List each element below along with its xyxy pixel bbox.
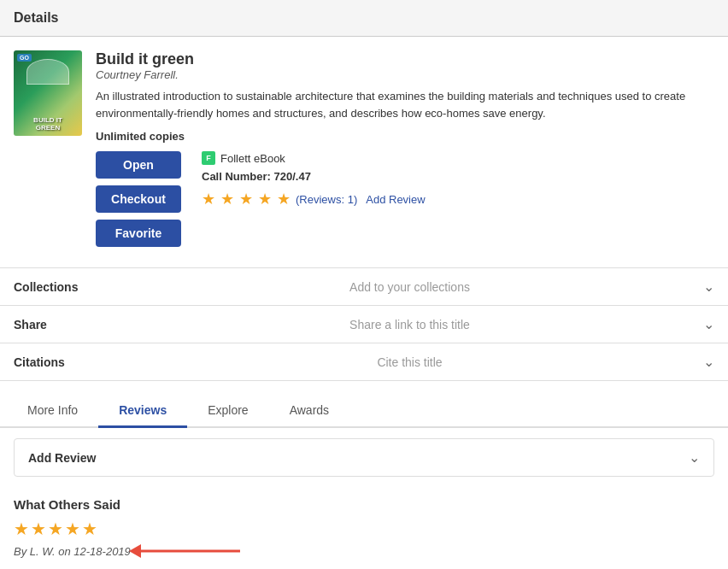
review-star-5: ★ bbox=[82, 519, 97, 539]
book-cover-go-badge: GO bbox=[17, 54, 32, 62]
accordion-citations-value: Cite this title bbox=[116, 355, 703, 369]
tab-more-info[interactable]: More Info bbox=[7, 395, 98, 428]
review-star-4: ★ bbox=[65, 519, 80, 539]
book-description: An illustrated introduction to sustainab… bbox=[96, 88, 714, 121]
tabs-row: More Info Reviews Explore Awards bbox=[0, 395, 728, 428]
star-4: ★ bbox=[258, 190, 272, 208]
what-others-said: What Others Said ★ ★ ★ ★ ★ By L. W. on 1… bbox=[0, 487, 728, 569]
accordion-share[interactable]: Share Share a link to this title ⌄ bbox=[0, 306, 728, 343]
book-title: Build it green bbox=[96, 50, 714, 68]
book-author: Courtney Farrell. bbox=[96, 68, 714, 81]
book-dome-graphic bbox=[26, 59, 69, 85]
add-review-section-label: Add Review bbox=[28, 451, 689, 465]
review-text: This book was really helpful for my scie… bbox=[14, 565, 714, 569]
review-stars: ★ ★ ★ ★ ★ bbox=[14, 519, 714, 539]
star-1: ★ bbox=[202, 190, 215, 208]
book-cover-text: BUILD ITGREEN bbox=[30, 113, 66, 136]
book-info: Build it green Courtney Farrell. An illu… bbox=[96, 50, 714, 247]
accordion-collections-label: Collections bbox=[14, 280, 116, 294]
add-review-section[interactable]: Add Review ⌄ bbox=[14, 438, 714, 477]
checkout-button[interactable]: Checkout bbox=[96, 185, 181, 213]
chevron-down-icon: ⌄ bbox=[703, 279, 714, 295]
call-number: Call Number: 720/.47 bbox=[202, 170, 714, 183]
book-actions: Open Checkout Favorite bbox=[96, 151, 181, 247]
add-review-link[interactable]: Add Review bbox=[366, 193, 425, 206]
star-5: ★ bbox=[277, 190, 291, 208]
tab-explore[interactable]: Explore bbox=[187, 395, 268, 428]
book-right: Open Checkout Favorite F Follett eBook C… bbox=[96, 151, 714, 247]
follett-ebook-label: Follett eBook bbox=[220, 152, 285, 165]
accordion-collections[interactable]: Collections Add to your collections ⌄ bbox=[0, 268, 728, 306]
accordion-citations-label: Citations bbox=[14, 355, 116, 369]
review-byline: By L. W. on 12-18-2019 bbox=[14, 543, 714, 560]
review-star-2: ★ bbox=[31, 519, 46, 539]
star-2: ★ bbox=[220, 190, 234, 208]
accordion-share-label: Share bbox=[14, 318, 116, 331]
chevron-down-icon-4: ⌄ bbox=[689, 449, 700, 466]
review-star-1: ★ bbox=[14, 519, 29, 539]
book-meta: F Follett eBook Call Number: 720/.47 ★ ★… bbox=[202, 151, 714, 208]
reviews-link[interactable]: (Reviews: 1) bbox=[296, 193, 357, 206]
call-number-label: Call Number: bbox=[202, 170, 271, 183]
chevron-down-icon-3: ⌄ bbox=[703, 354, 714, 370]
rating-row: ★ ★ ★ ★ ★ (Reviews: 1) Add Review bbox=[202, 190, 714, 208]
review-star-3: ★ bbox=[48, 519, 63, 539]
tab-reviews[interactable]: Reviews bbox=[98, 395, 187, 428]
page-title: Details bbox=[0, 0, 728, 37]
follett-ebook-row: F Follett eBook bbox=[202, 151, 714, 165]
tab-awards[interactable]: Awards bbox=[269, 395, 349, 428]
star-3: ★ bbox=[239, 190, 253, 208]
book-section: GO BUILD ITGREEN Build it green Courtney… bbox=[0, 37, 728, 261]
arrow-annotation bbox=[138, 543, 257, 560]
accordion-collections-value: Add to your collections bbox=[116, 280, 703, 294]
call-number-value: 720/.47 bbox=[274, 170, 311, 183]
unlimited-copies: Unlimited copies bbox=[96, 130, 714, 143]
what-others-title: What Others Said bbox=[14, 497, 714, 512]
accordion-section: Collections Add to your collections ⌄ Sh… bbox=[0, 267, 728, 381]
chevron-down-icon-2: ⌄ bbox=[703, 316, 714, 332]
arrow-line bbox=[138, 550, 240, 553]
book-cover: GO BUILD ITGREEN bbox=[14, 50, 82, 136]
open-button[interactable]: Open bbox=[96, 151, 181, 179]
accordion-share-value: Share a link to this title bbox=[116, 318, 703, 331]
follett-icon: F bbox=[202, 151, 215, 165]
favorite-button[interactable]: Favorite bbox=[96, 220, 181, 247]
accordion-citations[interactable]: Citations Cite this title ⌄ bbox=[0, 343, 728, 380]
review-byline-text: By L. W. on 12-18-2019 bbox=[14, 545, 131, 558]
